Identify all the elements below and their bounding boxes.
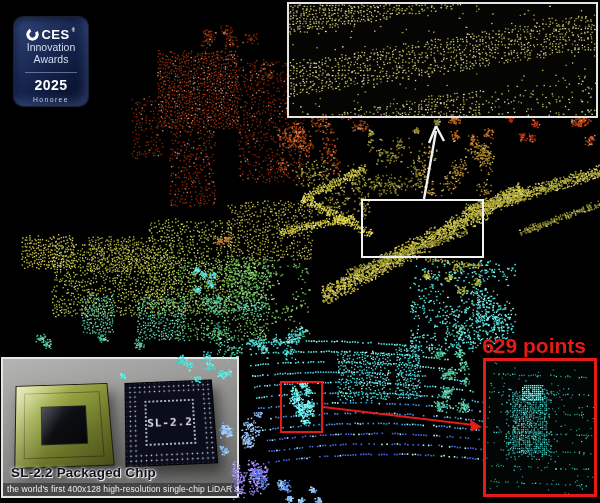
- bga-chip-image: SL-2.2: [124, 379, 218, 467]
- badge-line-awards: Awards: [34, 53, 69, 65]
- chip-inset: SL-2.2 SL-2.2 Packaged Chip the world's …: [1, 357, 239, 498]
- badge-year: 2025: [34, 78, 67, 93]
- registered-mark: ®: [72, 28, 76, 34]
- pedestrian-canvas: [486, 361, 594, 494]
- badge-line-innovation: Innovation: [27, 41, 75, 53]
- ces-logo-icon: [26, 28, 39, 41]
- ceramic-chip-frame: [24, 391, 104, 460]
- chip-inset-title: SL-2.2 Packaged Chip: [11, 465, 156, 480]
- pedestrian-highlight-rect: [280, 381, 323, 433]
- detail-arrow-icon: [323, 407, 482, 432]
- zoom-inset-canvas: [289, 4, 596, 116]
- chip-inset-subtitle: the world's first 400x128 high-resolutio…: [3, 483, 237, 496]
- lidar-promo-figure: SL-2.2 SL-2.2 Packaged Chip the world's …: [0, 0, 600, 503]
- ces-brand-text: CES: [41, 28, 69, 41]
- badge-divider: [25, 72, 77, 73]
- badge-honoree: Honoree: [33, 96, 69, 103]
- points-count-label: 629 points: [466, 334, 586, 358]
- zoom-arrow-icon: [424, 126, 444, 199]
- bga-chip-label: SL-2.2: [125, 380, 217, 466]
- ces-award-badge: CES ® Innovation Awards 2025 Honoree: [14, 17, 88, 106]
- highlight-rect-white: [361, 199, 484, 258]
- ces-logo: CES ®: [26, 28, 75, 41]
- ceramic-chip-image: [14, 383, 115, 469]
- pedestrian-detail-inset: [483, 358, 597, 497]
- ceramic-chip-die: [41, 405, 88, 446]
- zoom-inset: [287, 2, 598, 118]
